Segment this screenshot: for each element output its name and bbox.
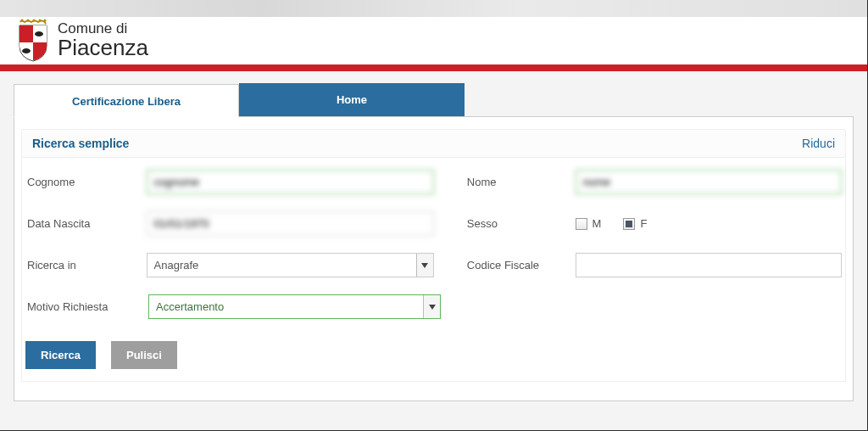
input-cognome[interactable] <box>147 170 434 194</box>
input-codice-fiscale[interactable] <box>576 253 842 277</box>
svg-point-6 <box>35 31 43 36</box>
svg-point-0 <box>21 20 24 22</box>
svg-point-3 <box>39 20 42 22</box>
chevron-down-icon <box>423 295 440 318</box>
svg-point-2 <box>33 20 36 22</box>
label-ricerca-in: Ricerca in <box>27 259 76 271</box>
piacenza-shield-logo <box>15 19 51 63</box>
label-motivo-richiesta: Motivo Richiesta <box>27 300 108 313</box>
input-data-nascita[interactable] <box>147 211 434 236</box>
app-header: Comune di Piacenza <box>0 17 867 71</box>
checkbox-sesso-f[interactable] <box>623 218 635 230</box>
collapse-link[interactable]: Riduci <box>802 137 835 150</box>
select-motivo-richiesta-value: Accertamento <box>149 295 423 318</box>
search-form: Cognome Nome Data Nascita Sesso M <box>21 158 846 382</box>
search-button[interactable]: Ricerca <box>25 341 96 369</box>
clear-button[interactable]: Pulisci <box>111 341 177 369</box>
svg-point-4 <box>44 20 47 22</box>
label-codice-fiscale: Codice Fiscale <box>467 259 539 271</box>
svg-rect-5 <box>19 25 33 42</box>
svg-point-7 <box>22 48 31 53</box>
svg-point-1 <box>27 20 30 22</box>
tab-home[interactable]: Home <box>239 83 465 116</box>
label-cognome: Cognome <box>27 176 75 188</box>
panel-title: Ricerca semplice <box>32 137 129 150</box>
select-ricerca-in-value: Anagrafe <box>147 254 416 277</box>
search-panel: Ricerca semplice Riduci Cognome Nome Dat… <box>14 117 854 401</box>
top-decoration <box>0 0 867 17</box>
checkbox-sesso-m[interactable] <box>576 218 587 230</box>
select-ricerca-in[interactable]: Anagrafe <box>147 253 434 277</box>
select-motivo-richiesta[interactable]: Accertamento <box>148 294 441 319</box>
input-nome[interactable] <box>576 170 842 194</box>
label-sesso-m: M <box>593 217 602 230</box>
label-data-nascita: Data Nascita <box>27 217 90 230</box>
tab-certificazione-libera[interactable]: Certificazione Libera <box>14 84 239 117</box>
label-sesso-f: F <box>640 217 647 230</box>
label-nome: Nome <box>467 176 497 188</box>
chevron-down-icon <box>416 254 433 277</box>
label-sesso: Sesso <box>467 217 498 230</box>
tabs-bar: Certificazione Libera Home <box>14 83 854 117</box>
header-line2: Piacenza <box>58 36 148 59</box>
panel-header: Ricerca semplice Riduci <box>21 129 846 158</box>
